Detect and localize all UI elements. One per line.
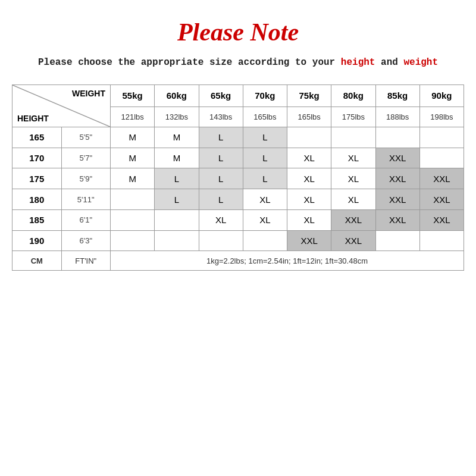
- cell-size-7: [419, 230, 464, 251]
- table-row: 1705'7"MMLLXLXLXXL: [12, 148, 464, 168]
- cell-ft: 5'7": [61, 148, 111, 168]
- cell-size-5: XL: [331, 168, 375, 189]
- cell-size-0: M: [111, 148, 155, 168]
- table-row: 1856'1"XLXLXLXXLXXLXXL: [12, 209, 464, 230]
- cell-size-7: XXL: [419, 209, 464, 230]
- cell-size-6: XXL: [375, 168, 419, 189]
- cell-size-4: [287, 127, 331, 148]
- cell-size-2: L: [199, 189, 243, 210]
- cell-size-3: [243, 230, 287, 251]
- cell-size-3: L: [243, 148, 287, 168]
- cell-size-5: XL: [331, 148, 375, 168]
- cell-size-2: XL: [199, 209, 243, 230]
- footer-ft: FT'IN": [61, 251, 111, 271]
- cell-size-6: XXL: [375, 209, 419, 230]
- table-row: 1906'3"XXLXXL: [12, 230, 464, 251]
- page-title: Please Note: [177, 18, 299, 46]
- weight-70kg: 70kg: [243, 85, 287, 107]
- subtitle-height-word: height: [341, 57, 375, 68]
- footer-cm: CM: [12, 251, 62, 271]
- weight-165lbs-1: 165lbs: [243, 107, 287, 127]
- weight-80kg: 80kg: [331, 85, 375, 107]
- subtitle-text: Please choose the appropriate size accor…: [38, 57, 438, 68]
- size-chart-table: WEIGHT HEIGHT 55kg 60kg 65kg 70kg 75kg 8…: [12, 84, 464, 268]
- cell-size-3: XL: [243, 189, 287, 210]
- table-row: 1805'11"LLXLXLXLXXLXXL: [12, 189, 464, 210]
- cell-ft: 5'11": [61, 189, 111, 210]
- corner-weight-label: WEIGHT: [72, 89, 105, 98]
- weight-90kg: 90kg: [419, 85, 464, 107]
- weight-60kg: 60kg: [155, 85, 199, 107]
- subtitle-weight-word: weight: [403, 57, 438, 68]
- cell-size-1: L: [155, 168, 199, 189]
- cell-size-7: XXL: [419, 189, 464, 210]
- cell-size-0: [111, 189, 155, 210]
- cell-size-0: [111, 209, 155, 230]
- cell-cm: 185: [12, 209, 62, 230]
- cell-size-4: XL: [287, 168, 331, 189]
- footer-note: 1kg=2.2lbs; 1cm=2.54in; 1ft=12in; 1ft=30…: [111, 251, 464, 271]
- cell-cm: 180: [12, 189, 62, 210]
- weight-188lbs: 188lbs: [375, 107, 419, 127]
- cell-size-1: L: [155, 189, 199, 210]
- weight-85kg: 85kg: [375, 85, 419, 107]
- footer-row: CMFT'IN"1kg=2.2lbs; 1cm=2.54in; 1ft=12in…: [12, 251, 464, 271]
- cell-size-5: XXL: [331, 209, 375, 230]
- cell-cm: 190: [12, 230, 62, 251]
- weight-175lbs: 175lbs: [331, 107, 375, 127]
- cell-size-5: XL: [331, 189, 375, 210]
- cell-size-3: L: [243, 168, 287, 189]
- cell-size-5: [331, 127, 375, 148]
- weight-132lbs: 132lbs: [155, 107, 199, 127]
- cell-size-6: XXL: [375, 189, 419, 210]
- cell-size-2: L: [199, 148, 243, 168]
- subtitle-before: Please choose the appropriate size accor…: [38, 57, 341, 68]
- cell-size-1: [155, 230, 199, 251]
- cell-size-0: M: [111, 168, 155, 189]
- weight-55kg: 55kg: [111, 85, 155, 107]
- weight-121lbs: 121lbs: [111, 107, 155, 127]
- weight-75kg: 75kg: [287, 85, 331, 107]
- cell-cm: 170: [12, 148, 62, 168]
- cell-ft: 5'9": [61, 168, 111, 189]
- cell-size-1: M: [155, 148, 199, 168]
- subtitle-middle: and: [375, 57, 403, 68]
- cell-size-7: XXL: [419, 168, 464, 189]
- cell-cm: 165: [12, 127, 62, 148]
- cell-size-4: XXL: [287, 230, 331, 251]
- weight-143lbs: 143lbs: [199, 107, 243, 127]
- cell-size-1: M: [155, 127, 199, 148]
- cell-size-0: [111, 230, 155, 251]
- table-row: 1755'9"MLLLXLXLXXLXXL: [12, 168, 464, 189]
- cell-size-1: [155, 209, 199, 230]
- cell-size-2: [199, 230, 243, 251]
- cell-size-2: L: [199, 168, 243, 189]
- weight-65kg: 65kg: [199, 85, 243, 107]
- cell-ft: 6'1": [61, 209, 111, 230]
- cell-size-7: [419, 148, 464, 168]
- cell-size-6: [375, 127, 419, 148]
- cell-size-7: [419, 127, 464, 148]
- weight-198lbs: 198lbs: [419, 107, 464, 127]
- cell-cm: 175: [12, 168, 62, 189]
- cell-size-4: XL: [287, 209, 331, 230]
- corner-header: WEIGHT HEIGHT: [12, 85, 111, 127]
- cell-size-0: M: [111, 127, 155, 148]
- cell-size-6: [375, 230, 419, 251]
- corner-height-label: HEIGHT: [17, 114, 49, 123]
- cell-size-3: L: [243, 127, 287, 148]
- cell-size-4: XL: [287, 189, 331, 210]
- cell-size-5: XXL: [331, 230, 375, 251]
- cell-size-4: XL: [287, 148, 331, 168]
- cell-size-6: XXL: [375, 148, 419, 168]
- table-row: 1655'5"MMLL: [12, 127, 464, 148]
- cell-size-3: XL: [243, 209, 287, 230]
- weight-165lbs-2: 165lbs: [287, 107, 331, 127]
- cell-ft: 6'3": [61, 230, 111, 251]
- cell-size-2: L: [199, 127, 243, 148]
- cell-ft: 5'5": [61, 127, 111, 148]
